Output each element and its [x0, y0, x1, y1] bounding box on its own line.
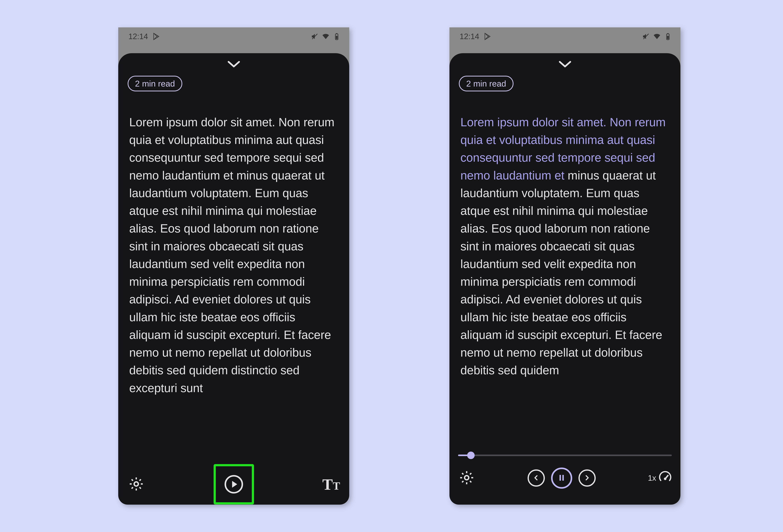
wifi-icon	[322, 33, 330, 40]
wifi-icon	[653, 33, 661, 40]
article-body[interactable]: Lorem ipsum dolor sit amet. Non rerum qu…	[449, 91, 681, 379]
speedometer-icon	[658, 470, 672, 486]
phone-state-paused: 12:14	[118, 27, 349, 505]
speed-label: 1x	[648, 473, 656, 483]
svg-rect-11	[559, 475, 561, 481]
previous-button[interactable]	[528, 469, 545, 487]
article-body-remaining: minus quaerat ut laudantium voluptatem. …	[461, 169, 662, 377]
status-time: 12:14	[128, 32, 148, 41]
collapse-handle[interactable]	[449, 53, 681, 69]
chevron-left-icon	[533, 474, 540, 482]
status-bar: 12:14	[118, 27, 349, 45]
svg-point-10	[465, 476, 469, 480]
battery-icon	[664, 33, 672, 40]
article-body[interactable]: Lorem ipsum dolor sit amet. Non rerum qu…	[118, 91, 349, 397]
text-size-icon: TT	[322, 475, 340, 493]
svg-point-4	[134, 482, 138, 486]
playback-speed-button[interactable]: 1x	[648, 470, 672, 486]
mute-icon	[642, 33, 650, 40]
play-button[interactable]	[224, 474, 244, 494]
settings-button[interactable]	[458, 469, 475, 487]
phone-state-playing: 12:14	[449, 27, 681, 505]
svg-line-14	[665, 475, 668, 479]
collapse-handle[interactable]	[118, 53, 349, 69]
slider-track	[458, 455, 672, 456]
play-store-icon	[152, 33, 160, 40]
svg-rect-2	[336, 33, 337, 34]
svg-rect-8	[667, 33, 668, 34]
reader-sheet: 2 min read Lorem ipsum dolor sit amet. N…	[449, 53, 681, 505]
svg-rect-3	[336, 36, 338, 39]
pause-button[interactable]	[551, 468, 572, 489]
read-time-chip: 2 min read	[459, 76, 513, 91]
reader-sheet: 2 min read Lorem ipsum dolor sit amet. N…	[118, 53, 349, 505]
next-button[interactable]	[578, 469, 596, 487]
read-time-chip: 2 min read	[128, 76, 182, 91]
settings-button[interactable]	[128, 476, 145, 493]
chevron-down-icon	[227, 60, 241, 69]
svg-rect-9	[667, 36, 669, 39]
pause-icon	[557, 473, 566, 483]
gear-icon	[128, 476, 144, 492]
mute-icon	[311, 33, 319, 40]
playback-controls: 1x	[449, 447, 681, 505]
battery-icon	[333, 33, 341, 40]
gear-icon	[459, 470, 474, 486]
chevron-down-icon	[558, 60, 572, 69]
play-store-icon	[483, 33, 492, 40]
play-icon	[224, 492, 244, 495]
status-time: 12:14	[460, 32, 479, 41]
text-size-button[interactable]: TT	[322, 476, 340, 493]
svg-rect-12	[562, 475, 564, 481]
status-bar: 12:14	[449, 27, 681, 45]
slider-thumb[interactable]	[467, 452, 475, 459]
progress-slider[interactable]	[458, 453, 672, 458]
tutorial-highlight-play	[214, 464, 254, 504]
bottom-toolbar: TT	[118, 464, 349, 505]
chevron-right-icon	[584, 474, 591, 482]
